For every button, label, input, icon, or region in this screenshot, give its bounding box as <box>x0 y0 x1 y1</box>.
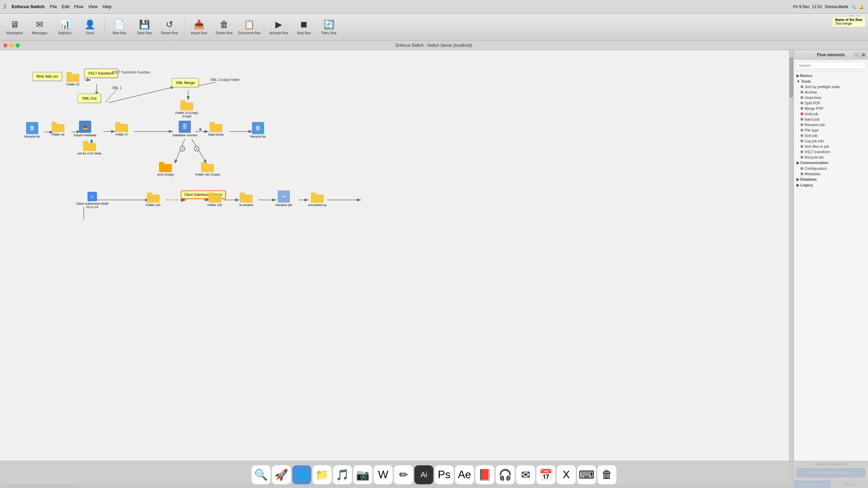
menubar-search-icon[interactable]: 🔍 <box>851 4 856 9</box>
connector-dot-1 <box>198 127 202 131</box>
to-rename-node[interactable]: to rename <box>239 192 253 207</box>
dock-photos[interactable]: 📷 <box>353 465 372 484</box>
database-connect-node[interactable]: 🗄 Database connect <box>173 121 197 137</box>
save-flow-button[interactable]: 💾 Save flow <box>133 16 156 39</box>
xml-picked-up-node[interactable]: xml picked up <box>308 192 327 207</box>
tree-item-unarchive[interactable]: Unarchive <box>794 95 868 100</box>
folder-10-node[interactable]: Folder 10 (Copy) (Copy) <box>172 100 202 118</box>
flow-canvas[interactable]: Write daily csv Folder 22 XSLT transform… <box>0 50 793 488</box>
recycle-bin-1-node[interactable]: 🗑 Recycle bin <box>24 122 40 138</box>
folder-143-node[interactable]: Folder 143 <box>146 192 160 207</box>
xml-out-node[interactable]: XML Out <box>77 94 101 103</box>
recycle-bin-2-node[interactable]: 🗑 Recycle bin <box>250 122 266 138</box>
save-flow-label: Save flow <box>137 31 152 35</box>
dock-acrobat[interactable]: 📕 <box>475 465 494 484</box>
menu-view[interactable]: View <box>88 4 98 9</box>
tree-item-hold-job[interactable]: Hold job <box>794 111 868 117</box>
retry-flow-button[interactable]: 🔄 Retry flow <box>317 16 341 39</box>
dock-excel[interactable]: X <box>557 465 576 484</box>
scrollbar-thumb-v[interactable] <box>789 57 793 98</box>
tree-item-log-job-info[interactable]: Log job info <box>794 138 868 144</box>
revert-flow-button[interactable]: ↺ Revert flow <box>158 16 181 39</box>
tree-item-merge-pdf[interactable]: Merge PDF <box>794 106 868 111</box>
activate-flow-button[interactable]: ▶ Activate flow <box>267 16 291 39</box>
dot <box>801 172 803 175</box>
dock-word[interactable]: W <box>374 465 393 484</box>
xml-csv-write-node[interactable]: xml for CSV Write <box>77 141 101 155</box>
folder-161-node[interactable]: Folder 161 (Copy) <box>195 162 220 176</box>
canvas-scrollbar-v[interactable] <box>789 50 793 484</box>
dock-enfocus[interactable]: Ai <box>414 465 433 484</box>
stop-flow-label: Stop flow <box>297 31 311 35</box>
messages-button[interactable]: ✉ Messages <box>28 16 52 39</box>
menu-flow[interactable]: Flow <box>74 4 83 9</box>
data-dump-node[interactable]: Data Dump <box>208 122 224 136</box>
tree-item-sort-preflight[interactable]: Sort by preflight state <box>794 84 868 89</box>
tooltip-text: Test merge <box>835 22 862 25</box>
stop-flow-button[interactable]: ⏹ Stop flow <box>292 16 316 39</box>
dock-sketch[interactable]: ✏ <box>394 465 413 484</box>
tree-item-configurators[interactable]: Configurators <box>794 166 868 171</box>
import-flow-label: Import flow <box>191 31 208 35</box>
write-daily-csv-node[interactable]: Write daily csv <box>32 72 62 81</box>
statistics-button[interactable]: 📊 Statistics <box>53 16 77 39</box>
tree-item-recycle-bin[interactable]: Recycle bin <box>794 155 868 160</box>
dock-trash[interactable]: 🗑 <box>597 465 616 484</box>
tree-item-archive[interactable]: Archive <box>794 89 868 95</box>
folder-132-node[interactable]: Folder 132 <box>208 192 222 207</box>
tree-item-metadata[interactable]: Metadata <box>794 171 868 177</box>
dock-files[interactable]: 📁 <box>313 465 332 484</box>
new-flow-button[interactable]: 📄 New flow <box>107 16 131 39</box>
dock-music[interactable]: 🎵 <box>333 465 352 484</box>
dock-terminal[interactable]: ⌨ <box>577 465 596 484</box>
client-submission-node[interactable]: ✓ Client Submission Build 23-11-16 <box>75 192 109 209</box>
folder-22-node[interactable]: Folder 22 <box>66 72 79 86</box>
rename-job-node[interactable]: ✏ Rename job <box>276 190 292 207</box>
dock-finder[interactable]: 🔍 <box>252 465 271 484</box>
workspace-button[interactable]: 🖥 Workspace <box>3 16 26 39</box>
panel-ctrl-minus[interactable]: − <box>854 52 859 58</box>
flow-elements-search[interactable] <box>796 62 866 69</box>
tree-item-file-type[interactable]: File type <box>794 127 868 133</box>
folder-16-node[interactable]: Folder 16 <box>52 122 64 136</box>
dock-launchpad[interactable]: 🚀 <box>272 465 291 484</box>
panel-ctrl-plus[interactable]: ⚙ <box>861 52 866 58</box>
export-metadata-node[interactable]: 📤 Export metadata <box>74 121 96 137</box>
legacy-category[interactable]: ▶ Legacy <box>794 182 868 188</box>
app-name[interactable]: Enfocus Switch <box>12 4 45 9</box>
xml-merge-node[interactable]: XML Merge <box>172 78 199 87</box>
tree-item-rename-job[interactable]: Rename job <box>794 122 868 127</box>
document-flow-button[interactable]: 📋 Document flow <box>237 16 261 39</box>
tree-item-xslt-transform[interactable]: XSLT transform <box>794 149 868 155</box>
tools-category[interactable]: ▼ Tools <box>794 79 868 84</box>
tree-item-inject-job[interactable]: Inject job <box>794 117 868 122</box>
window-maximize-btn[interactable] <box>16 43 20 47</box>
import-flow-button[interactable]: 📥 Import flow <box>187 16 211 39</box>
window-minimize-btn[interactable] <box>9 43 14 47</box>
delete-flow-button[interactable]: 🗑 Delete flow <box>212 16 236 39</box>
tree-item-sort-files[interactable]: Sort files in job <box>794 144 868 149</box>
dock-spotify[interactable]: 🎧 <box>496 465 515 484</box>
toolbar: 🖥 Workspace ✉ Messages 📊 Statistics 👤 Us… <box>0 14 868 41</box>
xslt-annotation: XSLT Transform Function <box>112 70 150 74</box>
dot <box>801 129 803 131</box>
users-button[interactable]: 👤 Users <box>78 16 102 39</box>
dock-chrome[interactable]: 🌐 <box>292 465 311 484</box>
apple-menu[interactable]:  <box>4 3 6 10</box>
tree-item-sort-job[interactable]: Sort job <box>794 133 868 138</box>
dock-calendar[interactable]: 📅 <box>536 465 555 484</box>
communication-category[interactable]: ▶ Communication <box>794 160 868 166</box>
window-close-btn[interactable] <box>3 43 7 47</box>
database-category[interactable]: ▶ Database <box>794 177 868 182</box>
dock-mail[interactable]: ✉ <box>516 465 535 484</box>
dock-ae[interactable]: Ae <box>455 465 474 484</box>
menubar-notifications-icon[interactable]: 🔔 <box>859 4 864 9</box>
basics-category[interactable]: ▶ Basics <box>794 73 868 79</box>
dock-ps[interactable]: Ps <box>435 465 454 484</box>
menu-help[interactable]: Help <box>102 4 112 9</box>
folder-17-node[interactable]: Folder 17 <box>115 122 128 136</box>
tree-item-split-pdf[interactable]: Split PDF <box>794 100 868 106</box>
menu-edit[interactable]: Edit <box>62 4 69 9</box>
error-copy-node[interactable]: error (Copy) <box>157 162 174 176</box>
menu-file[interactable]: File <box>50 4 57 9</box>
